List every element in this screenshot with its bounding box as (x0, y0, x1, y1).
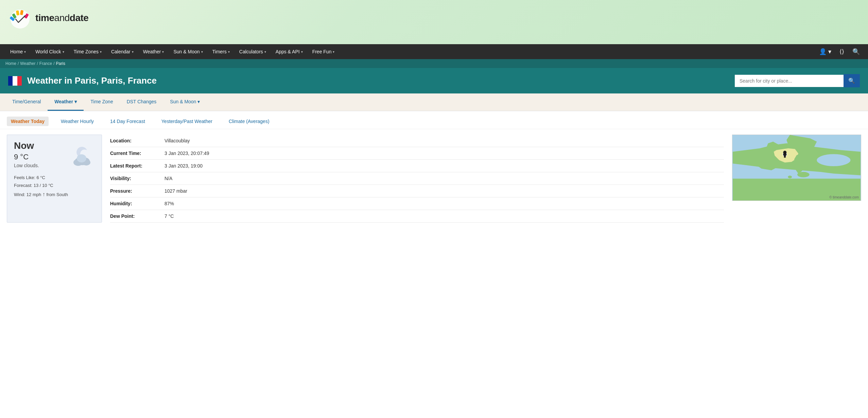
sub-nav-time-zone[interactable]: Time Zone (84, 93, 120, 111)
nav-world-clock[interactable]: World Clock ▾ (31, 44, 69, 59)
chevron-icon: ▾ (24, 50, 26, 54)
breadcrumb-france[interactable]: France (39, 61, 52, 66)
logo-text: timeanddate (35, 13, 88, 23)
tab-nav: Weather Today Weather Hourly 14 Day Fore… (0, 111, 868, 129)
nav-right-icons: 👤 ▾ ⟨⟩ 🔍 (816, 45, 863, 58)
sub-nav-sun-moon[interactable]: Sun & Moon ▾ (163, 93, 207, 111)
now-weather-row: Now 9 °C Low clouds. (14, 140, 95, 174)
tab-yesterday-past[interactable]: Yesterday/Past Weather (157, 117, 216, 126)
sub-nav: Time/General Weather ▾ Time Zone DST Cha… (0, 93, 868, 111)
france-flag (8, 76, 22, 86)
chevron-icon: ▾ (264, 50, 266, 54)
chevron-icon: ▾ (333, 50, 334, 54)
nav-free-fun[interactable]: Free Fun ▾ (308, 44, 340, 59)
now-description: Low clouds. (14, 163, 39, 168)
map-copyright: © timeanddate.com (829, 195, 859, 199)
tab-weather-today[interactable]: Weather Today (7, 117, 49, 126)
sub-nav-time-general[interactable]: Time/General (5, 93, 48, 111)
breadcrumb: Home / Weather / France / Paris (0, 59, 868, 68)
now-info: Now 9 °C Low clouds. (14, 140, 39, 174)
svg-point-21 (788, 176, 792, 178)
nav-weather[interactable]: Weather ▾ (138, 44, 169, 59)
now-title: Now (14, 140, 39, 151)
info-row-pressure: Pressure: 1027 mbar (110, 185, 724, 197)
now-panel: Now 9 °C Low clouds. Feels Like: 6 °C Fo… (7, 135, 102, 223)
chevron-icon: ▾ (301, 50, 303, 54)
info-row-location: Location: Villacoublay (110, 135, 724, 147)
svg-point-19 (817, 154, 850, 166)
content-area: Now 9 °C Low clouds. Feels Like: 6 °C Fo… (0, 129, 868, 228)
nav-calculators[interactable]: Calculators ▾ (235, 44, 271, 59)
tab-14-day-forecast[interactable]: 14 Day Forecast (106, 117, 149, 126)
share-icon[interactable]: ⟨⟩ (837, 45, 847, 58)
feels-like: Feels Like: 6 °C (14, 174, 95, 181)
chevron-icon: ▾ (100, 50, 102, 54)
hero-left: Weather in Paris, Paris, France (8, 75, 157, 86)
map-container: © timeanddate.com (732, 135, 861, 201)
chevron-icon: ▾ (63, 50, 64, 54)
info-section: Location: Villacoublay Current Time: 3 J… (110, 135, 724, 223)
weather-icon-cloudy-night (69, 147, 95, 167)
chevron-icon: ▾ (74, 99, 77, 104)
breadcrumb-weather[interactable]: Weather (20, 61, 35, 66)
site-header: timeanddate (0, 0, 868, 44)
info-row-latest-report: Latest Report: 3 Jan 2023, 19:00 (110, 160, 724, 172)
svg-point-9 (77, 154, 86, 162)
hero-strip: Weather in Paris, Paris, France 🔍 (0, 68, 868, 93)
logo-icon (8, 6, 32, 30)
search-nav-icon[interactable]: 🔍 (850, 45, 863, 58)
nav-time-zones[interactable]: Time Zones ▾ (69, 44, 106, 59)
city-search: 🔍 (735, 74, 860, 87)
sub-nav-weather[interactable]: Weather ▾ (48, 93, 84, 111)
page-title: Weather in Paris, Paris, France (27, 75, 157, 86)
nav-sun-moon[interactable]: Sun & Moon ▾ (169, 44, 207, 59)
breadcrumb-home[interactable]: Home (5, 61, 16, 66)
breadcrumb-current: Paris (56, 61, 65, 66)
forecast: Forecast: 13 / 10 °C (14, 181, 95, 189)
info-row-humidity: Humidity: 87% (110, 197, 724, 210)
logo[interactable]: timeanddate (8, 6, 860, 30)
svg-point-20 (797, 172, 810, 177)
chevron-icon: ▾ (197, 99, 200, 104)
nav-timers[interactable]: Timers ▾ (208, 44, 235, 59)
search-button[interactable]: 🔍 (844, 74, 860, 87)
search-input[interactable] (735, 75, 844, 87)
chevron-icon: ▾ (201, 50, 203, 54)
info-row-current-time: Current Time: 3 Jan 2023, 20:07:49 (110, 147, 724, 160)
info-row-dew-point: Dew Point: 7 °C (110, 210, 724, 223)
tab-weather-hourly[interactable]: Weather Hourly (57, 117, 98, 126)
nav-calendar[interactable]: Calendar ▾ (106, 44, 138, 59)
europe-map (732, 135, 861, 201)
account-icon[interactable]: 👤 ▾ (816, 45, 834, 58)
now-details: Feels Like: 6 °C Forecast: 13 / 10 °C Wi… (14, 174, 95, 199)
chevron-icon: ▾ (162, 50, 164, 54)
wind: Wind: 12 mph ↑ from South (14, 190, 95, 199)
tab-climate-averages[interactable]: Climate (Averages) (225, 117, 274, 126)
main-nav: Home ▾ World Clock ▾ Time Zones ▾ Calend… (0, 44, 868, 59)
chevron-icon: ▾ (132, 50, 134, 54)
chevron-icon: ▾ (228, 50, 230, 54)
nav-apps-api[interactable]: Apps & API ▾ (271, 44, 308, 59)
map-section: © timeanddate.com (732, 135, 861, 223)
info-row-visibility: Visibility: N/A (110, 172, 724, 185)
now-temperature: 9 °C (14, 153, 39, 161)
sub-nav-dst-changes[interactable]: DST Changes (120, 93, 163, 111)
nav-home[interactable]: Home ▾ (5, 44, 31, 59)
